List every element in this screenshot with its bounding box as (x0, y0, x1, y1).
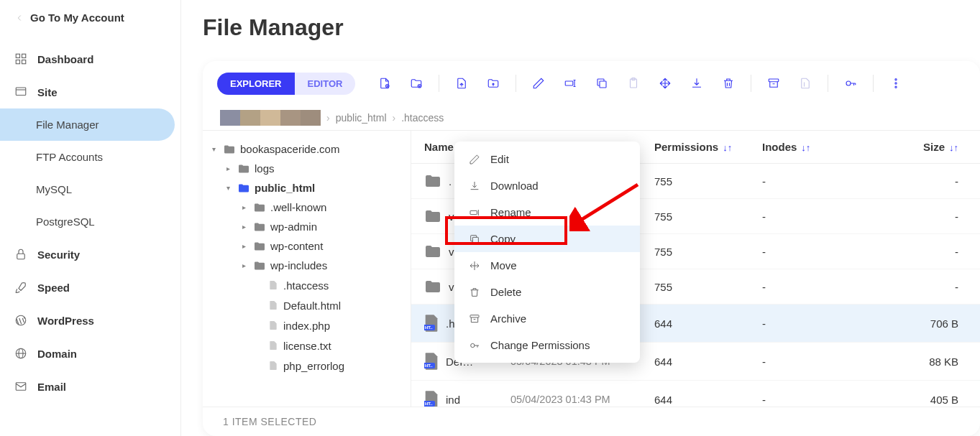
folder-icon (237, 164, 250, 174)
file-row[interactable]: HT..ind05/04/2023 01:43 PM644-405 B (411, 381, 980, 407)
tree-node[interactable]: ▾bookaspaceride.com (209, 139, 405, 159)
col-size-header[interactable]: Size (923, 141, 945, 153)
file-name: . (449, 175, 452, 187)
copy-button[interactable] (588, 71, 615, 96)
sort-icon[interactable]: ↓↑ (723, 142, 732, 153)
tree-node[interactable]: ▸.well-known (209, 198, 405, 217)
tree-node[interactable]: Default.html (209, 295, 405, 315)
svg-rect-6 (17, 254, 25, 259)
rename-button[interactable] (557, 71, 584, 96)
dashboard-icon (14, 52, 27, 65)
tab-explorer[interactable]: EXPLORER (217, 73, 295, 95)
svg-point-27 (846, 81, 851, 85)
svg-rect-22 (600, 81, 606, 88)
breadcrumb-segment[interactable]: .htaccess (401, 112, 444, 124)
col-inodes-header[interactable]: Inodes (762, 141, 797, 153)
chevron-right-icon: › (326, 112, 330, 124)
file-name: ind (446, 394, 460, 406)
svg-point-28 (895, 79, 897, 80)
nav-email[interactable]: Email (0, 370, 180, 403)
col-name-header[interactable]: Name (424, 141, 454, 153)
new-file-button[interactable] (371, 71, 398, 96)
nav-postgresql[interactable]: PostgreSQL (0, 205, 180, 238)
new-folder-button[interactable] (403, 71, 430, 96)
nav-domain[interactable]: Domain (0, 337, 180, 370)
file-icon (267, 319, 279, 332)
tree-node[interactable]: ▸wp-includes (209, 256, 405, 275)
folder-icon (253, 241, 266, 251)
ctx-delete[interactable]: Delete (454, 279, 640, 305)
file-perm: 755 (654, 281, 762, 293)
tree-node[interactable]: ▾public_html (209, 178, 405, 198)
paste-button[interactable] (620, 71, 647, 96)
ctx-download[interactable]: Download (454, 172, 640, 199)
upload-folder-button[interactable] (480, 71, 507, 96)
edit-button[interactable] (525, 71, 552, 96)
mail-icon (14, 380, 27, 393)
svg-rect-34 (470, 315, 479, 317)
folder-icon (424, 244, 441, 259)
tree-node[interactable]: index.php (209, 315, 405, 335)
lock-icon (14, 248, 27, 261)
delete-button[interactable] (715, 71, 742, 96)
breadcrumb-root-blurred[interactable] (220, 110, 321, 126)
file-size: 405 B (870, 394, 967, 406)
file-perm: 755 (654, 246, 762, 258)
archive-button[interactable] (760, 71, 787, 96)
globe-icon (14, 347, 27, 360)
file-icon: HT.. (424, 315, 439, 332)
file-icon (267, 299, 279, 312)
sort-icon[interactable]: ↓↑ (949, 142, 958, 153)
file-icon (267, 359, 279, 372)
extract-button[interactable] (792, 71, 819, 96)
svg-point-29 (895, 83, 897, 84)
tree-node[interactable]: ▸wp-content (209, 236, 405, 256)
file-name: v (449, 246, 454, 258)
tree-node[interactable]: ▸wp-admin (209, 217, 405, 236)
folder-icon (253, 222, 266, 232)
main: File Manager EXPLORER EDITOR (181, 0, 980, 436)
folder-icon (424, 279, 441, 294)
nav-wordpress[interactable]: WordPress (0, 304, 180, 337)
breadcrumb: › public_html › .htaccess (203, 106, 980, 130)
nav-mysql[interactable]: MySQL (0, 173, 180, 205)
permissions-button[interactable] (837, 71, 864, 96)
ctx-rename[interactable]: Rename (454, 199, 640, 226)
svg-rect-3 (22, 60, 26, 64)
sort-icon[interactable]: ↓↑ (801, 142, 810, 153)
ctx-move[interactable]: Move (454, 252, 640, 279)
mode-toggle: EXPLORER EDITOR (217, 73, 355, 95)
file-manager-panel: EXPLORER EDITOR (203, 61, 980, 436)
move-button[interactable] (651, 71, 679, 96)
tree-node[interactable]: ▸logs (209, 159, 405, 178)
svg-rect-2 (16, 60, 19, 64)
ctx-edit[interactable]: Edit (454, 146, 640, 172)
breadcrumb-segment[interactable]: public_html (336, 112, 387, 124)
col-perm-header[interactable]: Permissions (654, 141, 718, 153)
nav-security[interactable]: Security (0, 238, 180, 271)
file-inodes: - (762, 356, 870, 368)
nav-dashboard[interactable]: Dashboard (0, 42, 180, 75)
svg-rect-18 (566, 81, 574, 85)
file-perm: 755 (654, 175, 762, 187)
tree-node[interactable]: php_errorlog (209, 356, 405, 376)
file-perm: 644 (654, 394, 762, 406)
tree-node[interactable]: .htaccess (209, 275, 405, 295)
toolbar: EXPLORER EDITOR (203, 61, 980, 106)
tree-node[interactable]: license.txt (209, 335, 405, 356)
nav-ftp-accounts[interactable]: FTP Accounts (0, 141, 180, 173)
kebab-menu[interactable] (882, 71, 910, 96)
file-perm: 644 (654, 317, 762, 330)
ctx-permissions[interactable]: Change Permissions (454, 332, 640, 358)
nav-site[interactable]: Site (0, 75, 180, 108)
site-icon (14, 85, 27, 98)
nav-file-manager[interactable]: File Manager (0, 108, 175, 141)
back-to-account[interactable]: Go To My Account (0, 6, 180, 29)
ctx-copy[interactable]: Copy (454, 226, 640, 252)
ctx-archive[interactable]: Archive (454, 305, 640, 332)
download-button[interactable] (683, 71, 710, 96)
tab-editor[interactable]: EDITOR (295, 73, 356, 95)
chevron-right-icon: › (393, 112, 396, 124)
nav-speed[interactable]: Speed (0, 271, 180, 304)
upload-file-button[interactable] (448, 71, 475, 96)
